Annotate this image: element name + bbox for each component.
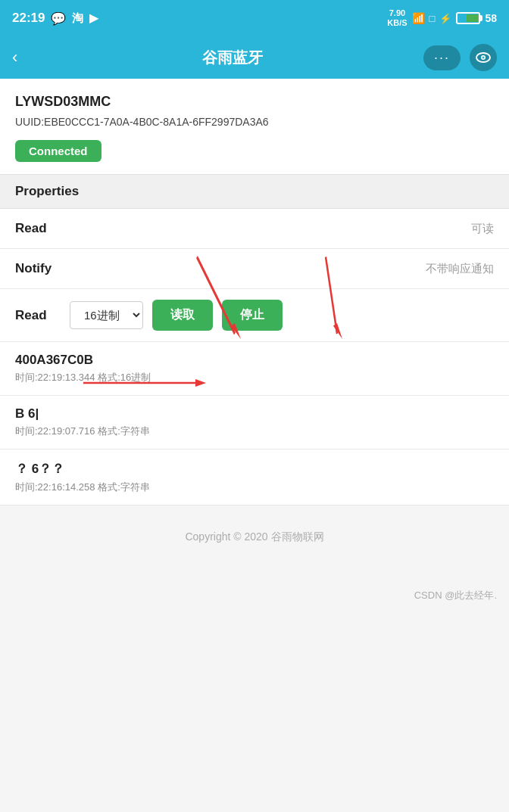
data-value-3: ？ 6？？ — [15, 460, 494, 478]
device-section: LYWSD03MMC UUID:EBE0CCC1-7A0A-4B0C-8A1A-… — [0, 79, 509, 174]
battery-icon — [456, 12, 480, 24]
eye-button[interactable] — [470, 44, 497, 71]
battery-percent: 58 — [485, 12, 497, 24]
format-select[interactable]: 16进制 字符串 — [70, 301, 143, 329]
read-control-row: Read 16进制 字符串 读取 停止 — [0, 289, 509, 342]
property-value-read: 可读 — [471, 222, 494, 236]
footer-credit: CSDN @此去经年. — [414, 589, 497, 602]
dots-icon: ··· — [434, 50, 450, 66]
footer-section: Copyright © 2020 谷雨物联网 CSDN @此去经年. — [0, 506, 509, 611]
property-row-notify: Notify 不带响应通知 — [0, 249, 509, 289]
status-bar: 22:19 💬 淘 ▶ 7.90KB/S 📶 □ ⚡ 58 — [0, 0, 509, 36]
status-time: 22:19 — [12, 11, 45, 26]
data-meta-1: 时间:22:19:13.344 格式:16进制 — [15, 371, 494, 384]
property-label-read: Read — [15, 221, 47, 236]
status-right: 7.90KB/S 📶 □ ⚡ 58 — [387, 8, 497, 28]
svg-point-2 — [482, 57, 485, 59]
data-meta-2: 时间:22:19:07.716 格式:字符串 — [15, 425, 494, 438]
device-uuid: UUID:EBE0CCC1-7A0A-4B0C-8A1A-6FF2997DA3A… — [15, 116, 494, 128]
nav-bar: ‹ 谷雨蓝牙 ··· — [0, 36, 509, 79]
device-name: LYWSD03MMC — [15, 94, 494, 110]
menu-button[interactable]: ··· — [423, 45, 461, 70]
nav-actions: ··· — [423, 44, 497, 71]
data-entry-2: B 6| 时间:22:19:07.716 格式:字符串 — [0, 396, 509, 450]
footer-content: Copyright © 2020 谷雨物联网 — [0, 506, 509, 556]
notification-dot-icon: 💬 — [51, 11, 66, 26]
content-area: LYWSD03MMC UUID:EBE0CCC1-7A0A-4B0C-8A1A-… — [0, 79, 509, 506]
data-value-2: B 6| — [15, 406, 494, 422]
back-button[interactable]: ‹ — [12, 48, 42, 67]
data-entry-1: 400A367C0B 时间:22:19:13.344 格式:16进制 — [0, 342, 509, 396]
lightning-icon: ⚡ — [439, 13, 451, 24]
signal-icon: □ — [429, 13, 436, 24]
page-title: 谷雨蓝牙 — [42, 48, 423, 68]
data-meta-3: 时间:22:16:14.258 格式:字符串 — [15, 481, 494, 494]
connected-badge: Connected — [15, 140, 101, 162]
read-control-label: Read — [15, 308, 61, 323]
properties-header: Properties — [0, 175, 509, 209]
read-button[interactable]: 读取 — [152, 300, 213, 331]
read-control-wrapper: Read 16进制 字符串 读取 停止 — [0, 289, 509, 342]
status-left: 22:19 💬 淘 ▶ — [12, 11, 98, 26]
data-value-1: 400A367C0B — [15, 353, 494, 368]
footer-copyright: Copyright © 2020 谷雨物联网 — [185, 530, 323, 543]
stop-button[interactable]: 停止 — [222, 300, 283, 331]
network-speed: 7.90KB/S — [387, 8, 407, 28]
property-label-notify: Notify — [15, 261, 52, 276]
eye-icon — [476, 52, 491, 63]
property-value-notify: 不带响应通知 — [426, 262, 494, 276]
battery-fill — [467, 14, 479, 22]
wifi-icon: 📶 — [412, 12, 425, 24]
data-entry-3: ？ 6？？ 时间:22:16:14.258 格式:字符串 — [0, 450, 509, 506]
taobao-icon: 淘 — [72, 11, 83, 26]
property-row-read: Read 可读 — [0, 209, 509, 249]
back-icon: ‹ — [12, 48, 17, 67]
video-icon: ▶ — [89, 11, 98, 25]
